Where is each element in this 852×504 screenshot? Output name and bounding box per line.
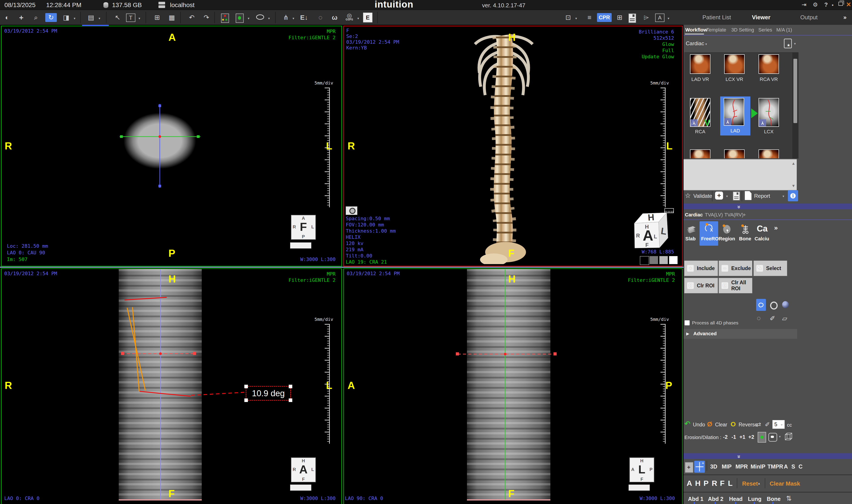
preset-abd2[interactable]: Abd 2 xyxy=(708,496,723,502)
rotate-icon[interactable]: ↻ xyxy=(45,13,57,22)
orient-l-button[interactable]: L xyxy=(728,479,733,488)
collapse-bar[interactable]: « xyxy=(683,203,852,209)
viewport-coronal[interactable]: 10.9 deg 03/19/2012 2:54 PM MPR Filter:i… xyxy=(1,268,342,504)
settings-gear-icon[interactable]: ⚙ xyxy=(813,1,818,8)
fill-hole-caret-icon[interactable]: ▾ xyxy=(779,435,781,438)
calcium-tool-icon[interactable]: Ca xyxy=(757,224,768,233)
key-image-icon[interactable] xyxy=(221,14,229,23)
tab-series[interactable]: Series xyxy=(758,27,772,33)
logout-icon[interactable]: ⇥ xyxy=(802,1,806,8)
bookmark-icon[interactable]: ★ xyxy=(784,39,792,48)
minimize-icon[interactable]: ▪ xyxy=(832,2,834,8)
snapshot-camera-icon[interactable] xyxy=(346,206,357,215)
series-list-icon[interactable]: ≡ xyxy=(584,13,595,22)
slab-small-toggle[interactable]: ▱ xyxy=(782,314,787,322)
slice-position-indicator[interactable] xyxy=(82,25,109,26)
mask-reverse-label[interactable]: Reverse xyxy=(738,422,758,428)
dotted-region-toggle[interactable]: ◌ xyxy=(757,314,761,322)
text-caret-icon[interactable]: ▾ xyxy=(138,17,141,20)
protocol-select[interactable]: Cardiac xyxy=(686,40,704,47)
report-caret-icon[interactable]: ▾ xyxy=(783,194,784,198)
cube-clip-icon[interactable] xyxy=(784,432,793,441)
reset-button[interactable]: Reset xyxy=(742,480,758,487)
collapse-bar[interactable]: « xyxy=(683,453,852,459)
nav-more-chevron[interactable]: » xyxy=(844,14,847,21)
select-button[interactable]: ✎Select xyxy=(753,260,787,276)
preset-bone[interactable]: Bone xyxy=(767,496,781,502)
orientation-cube[interactable]: A H R L F H L xyxy=(628,210,670,250)
bone-tool-label[interactable]: Bone xyxy=(739,236,751,242)
movie-caret-icon[interactable]: ▾ xyxy=(267,17,271,20)
tab-template[interactable]: Template xyxy=(707,27,726,33)
play-arrow-icon[interactable] xyxy=(751,108,758,118)
clear-all-roi-button[interactable]: CClr All ROI xyxy=(719,278,752,293)
window-level-icon[interactable]: ◨ xyxy=(60,13,72,22)
nav-patient-list[interactable]: Patient List xyxy=(702,14,731,21)
subtab-cardiac[interactable]: Cardiac xyxy=(685,212,703,218)
scroll-up-icon[interactable]: ▲ xyxy=(792,161,795,166)
sphere-shape-toggle[interactable] xyxy=(782,301,789,308)
mode-3d[interactable]: 3D xyxy=(710,464,717,470)
glue-tool-icon[interactable]: ✐ xyxy=(765,421,770,428)
crosshair-plus-icon[interactable]: ⊞ xyxy=(614,13,625,22)
orient-f-button[interactable]: F xyxy=(720,479,725,488)
mask-undo-icon[interactable]: ↶ xyxy=(684,419,691,428)
save-icon[interactable] xyxy=(628,14,636,23)
save-finding-icon[interactable] xyxy=(733,192,740,200)
layout-grid-button[interactable]: + xyxy=(694,461,705,473)
process-4d-checkbox[interactable] xyxy=(684,320,690,325)
thumb-partial[interactable] xyxy=(724,149,745,159)
gallery-scrollbar-thumb[interactable] xyxy=(794,59,797,123)
add-caret-icon[interactable]: ▾ xyxy=(726,194,728,198)
preset-abd1[interactable]: Abd 1 xyxy=(688,496,703,502)
brush-tool-toggle[interactable]: ✐ xyxy=(770,314,775,322)
report-button[interactable]: Report xyxy=(754,193,770,199)
contrast-icon[interactable]: ◐ xyxy=(1,13,13,22)
cobb-angle-label[interactable]: 10.9 deg xyxy=(246,386,291,401)
mode-mpr[interactable]: MPR xyxy=(735,464,748,470)
layout-select-caret-icon[interactable]: ▾ xyxy=(574,17,578,20)
findings-list[interactable]: ▲ ▼ xyxy=(683,159,797,191)
freehand-shape-toggle[interactable] xyxy=(756,299,766,311)
fill-hole-toggle[interactable] xyxy=(768,433,777,442)
preset-head[interactable]: Head xyxy=(729,496,743,502)
preset-swap-icon[interactable]: ⇅ xyxy=(786,494,792,502)
subtab-tva-lv[interactable]: TVA(LV) xyxy=(705,212,723,218)
movie-export-icon[interactable] xyxy=(256,14,264,20)
region-tool-label[interactable]: Region xyxy=(719,236,735,242)
include-button[interactable]: +Include xyxy=(684,260,718,276)
spine-vr-render[interactable] xyxy=(448,29,559,264)
print-preview-icon[interactable]: ⌲ xyxy=(641,13,652,22)
mode-mip[interactable]: MIP xyxy=(722,464,731,470)
viewport-3d-vr[interactable]: F Se:2 03/19/2012 2:54 PM Kern:YB H Bril… xyxy=(343,26,683,267)
info-button[interactable]: i xyxy=(788,190,798,201)
cpr-button[interactable]: CPR xyxy=(597,13,612,22)
advanced-expander[interactable]: ▶ Advanced xyxy=(683,329,797,339)
viewport-sagittal[interactable]: 03/19/2012 2:54 PM MPR Filter:iGENTLE 2 … xyxy=(343,268,683,504)
thumb-lad-selected[interactable]: Y LAD xyxy=(720,96,750,136)
gsps-caret-icon[interactable]: ▾ xyxy=(357,17,360,20)
clear-roi-button[interactable]: CClr ROI xyxy=(684,278,718,293)
volume-select[interactable]: 5⌄ xyxy=(772,420,785,429)
text-annotation-icon[interactable]: T xyxy=(126,14,135,22)
zoom-icon[interactable]: ⌕ xyxy=(30,13,42,22)
tab-ma[interactable]: M/A (1) xyxy=(776,27,792,33)
viewport-axial[interactable]: 03/19/2012 2:54 PM MPR Filter:iGENTLE 2 … xyxy=(1,26,342,267)
mode-a[interactable]: A xyxy=(784,464,788,470)
nav-viewer[interactable]: Viewer xyxy=(752,14,770,21)
thumb-partial[interactable] xyxy=(690,149,710,159)
handle[interactable] xyxy=(289,385,292,388)
capture-icon[interactable] xyxy=(236,14,244,23)
tab-workflow[interactable]: Workflow xyxy=(685,27,707,33)
handle[interactable] xyxy=(244,385,248,388)
gsps-icon[interactable]: ◎GSPS xyxy=(344,12,355,23)
handle[interactable] xyxy=(244,398,248,402)
calcium-tool-label[interactable]: Calciu xyxy=(754,236,769,242)
tab-3d-setting[interactable]: 3D Setting xyxy=(731,27,754,33)
more-tools-chevron[interactable]: » xyxy=(774,224,778,232)
orientation-marker-box[interactable]: A H R L F xyxy=(291,457,316,482)
exclude-button[interactable]: −Exclude xyxy=(719,260,752,276)
layout-3x3-icon[interactable]: ▦ xyxy=(166,13,177,22)
mode-s[interactable]: S xyxy=(792,464,795,470)
nav-output[interactable]: Output xyxy=(800,14,818,21)
